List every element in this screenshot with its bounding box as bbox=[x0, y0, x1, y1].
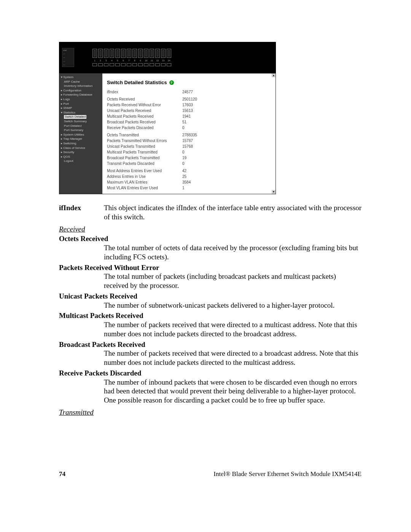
stat-label: Receive Packets Discarded bbox=[107, 125, 182, 131]
page-number: 74 bbox=[59, 470, 65, 478]
stat-label: Multicast Packets Received bbox=[107, 113, 182, 119]
stat-value: 1 bbox=[182, 185, 197, 191]
received-heading: Received bbox=[59, 225, 362, 234]
document-body: ifIndex This object indicates the ifInde… bbox=[59, 203, 362, 417]
definition-desc: The total number of octets of data recei… bbox=[104, 243, 362, 262]
stat-value: 2501120 bbox=[182, 96, 197, 102]
stat-value: 2788335 bbox=[182, 132, 197, 138]
ifindex-desc: This object indicates the ifIndex of the… bbox=[104, 203, 362, 222]
nav-item[interactable]: Port Summary bbox=[60, 128, 102, 133]
nav-item[interactable]: Logout bbox=[60, 159, 102, 163]
stat-label: Packets Received Without Error bbox=[107, 102, 182, 108]
stat-label: Maximum VLAN Entries bbox=[107, 179, 182, 185]
panel-title-text: Switch Detailed Statistics bbox=[107, 80, 167, 85]
stat-value: 24577 bbox=[182, 89, 197, 95]
port-number: 3 bbox=[104, 59, 108, 62]
port-number: 9 bbox=[138, 59, 143, 62]
port-slot bbox=[161, 49, 166, 58]
nav-item[interactable]: ▸ Switching bbox=[60, 141, 102, 146]
port-indicator bbox=[92, 63, 97, 66]
port-number: 1 bbox=[92, 59, 97, 62]
nav-item[interactable]: Switch Summary bbox=[60, 119, 102, 124]
port-indicator bbox=[167, 63, 171, 66]
stat-value: 3584 bbox=[182, 179, 197, 185]
stat-label: Unicast Packets Transmitted bbox=[107, 144, 182, 149]
definition-term: Octets Received bbox=[59, 234, 362, 243]
stat-label: Most Address Entries Ever Used bbox=[107, 168, 182, 174]
stat-value: 19 bbox=[182, 155, 197, 161]
nav-tree[interactable]: ▾ SystemARP CacheInventory Information▸ … bbox=[59, 73, 102, 194]
stats-table: ifIndex24577Octets Received2501120Packet… bbox=[107, 89, 197, 191]
scrollbar-down-icon[interactable]: ▾ bbox=[272, 190, 276, 194]
nav-item[interactable]: ▸ Forwarding Database bbox=[60, 93, 102, 97]
ifindex-term: ifIndex bbox=[59, 203, 104, 222]
port-number: 12 bbox=[155, 59, 160, 62]
stat-value: 0 bbox=[182, 149, 197, 155]
definition-term: Unicast Packets Received bbox=[59, 292, 362, 301]
port-number: 6 bbox=[121, 59, 126, 62]
stat-label: Unicast Packets Received bbox=[107, 108, 182, 113]
device-badge: intel———— bbox=[62, 48, 74, 67]
port-number: 4 bbox=[110, 59, 114, 62]
stat-label: Address Entries in Use bbox=[107, 174, 182, 179]
port-slot bbox=[127, 49, 131, 58]
port-slot bbox=[98, 49, 103, 58]
nav-item[interactable]: ▸ Security bbox=[60, 150, 102, 155]
nav-item[interactable]: Inventory Information bbox=[60, 84, 102, 88]
stat-value: 42 bbox=[182, 168, 197, 174]
port-indicator bbox=[115, 63, 120, 66]
stat-value: 15787 bbox=[182, 138, 197, 144]
definition-desc: The number of inbound packets that were … bbox=[104, 378, 362, 405]
stat-label: ifIndex bbox=[107, 89, 182, 95]
nav-item[interactable]: ▸ Configuration bbox=[60, 88, 102, 93]
nav-item[interactable]: ▸ Logs bbox=[60, 97, 102, 102]
stat-value: 0 bbox=[182, 125, 197, 131]
stat-label: Octets Received bbox=[107, 96, 182, 102]
port-indicator bbox=[155, 63, 160, 66]
port-slot bbox=[150, 49, 154, 58]
port-number: 2 bbox=[98, 59, 103, 62]
stat-value: 51 bbox=[182, 119, 197, 125]
port-number: 5 bbox=[115, 59, 120, 62]
stat-value: 1941 bbox=[182, 113, 197, 119]
nav-item[interactable]: ▸ Trap Manager bbox=[60, 137, 102, 141]
definition-term: Broadcast Packets Received bbox=[59, 340, 362, 349]
panel-title: Switch Detailed Statistics ? bbox=[107, 80, 272, 85]
stat-value: 15768 bbox=[182, 144, 197, 149]
nav-item[interactable]: ▸ SNMP bbox=[60, 106, 102, 110]
nav-item[interactable]: ▸ Class of Service bbox=[60, 146, 102, 150]
definition-term: Multicast Packets Received bbox=[59, 311, 362, 320]
port-slot bbox=[167, 49, 171, 58]
port-slot bbox=[138, 49, 143, 58]
help-icon[interactable]: ? bbox=[169, 80, 174, 85]
nav-item[interactable]: ▸ System Utilities bbox=[60, 133, 102, 137]
nav-item[interactable]: ▸ QOS bbox=[60, 155, 102, 159]
stat-value: 17603 bbox=[182, 102, 197, 108]
definition-desc: The number of packets received that were… bbox=[104, 320, 362, 339]
port-slot bbox=[110, 49, 114, 58]
port-number: 10 bbox=[144, 59, 148, 62]
port-indicator bbox=[104, 63, 108, 66]
nav-item[interactable]: ▸ Port bbox=[60, 102, 102, 106]
nav-item[interactable]: ARP Cache bbox=[60, 80, 102, 84]
port-number: 14 bbox=[167, 59, 171, 62]
port-slot bbox=[132, 49, 137, 58]
stat-value: 15613 bbox=[182, 108, 197, 113]
scrollbar-up-icon[interactable]: ▴ bbox=[272, 73, 276, 77]
port-diagram: 1234567891011121314 bbox=[92, 49, 171, 66]
nav-item[interactable]: Switch Detailed bbox=[60, 115, 102, 119]
port-indicator bbox=[127, 63, 131, 66]
definition-term: Packets Received Without Error bbox=[59, 263, 362, 272]
nav-item[interactable]: ▾ Statistics bbox=[60, 110, 102, 115]
port-indicator bbox=[161, 63, 166, 66]
page-footer: 74 Intel® Blade Server Ethernet Switch M… bbox=[59, 470, 362, 478]
stat-value: 0 bbox=[182, 161, 197, 166]
definition-desc: The total number of packets (including b… bbox=[104, 272, 362, 290]
nav-item[interactable]: ▾ System bbox=[60, 75, 102, 80]
device-header: intel———— 1234567891011121314 bbox=[59, 42, 276, 73]
stat-value: 25 bbox=[182, 174, 197, 179]
port-slot bbox=[121, 49, 126, 58]
nav-item[interactable]: Port Detailed bbox=[60, 124, 102, 128]
port-number: 8 bbox=[132, 59, 137, 62]
port-indicator bbox=[144, 63, 148, 66]
